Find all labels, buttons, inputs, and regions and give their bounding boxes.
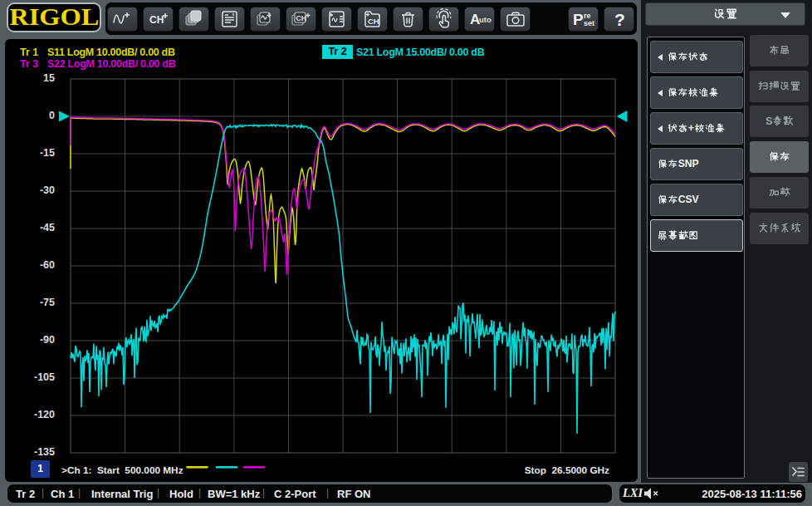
svg-text:S: S [766,115,773,127]
svg-text:CSV: CSV [678,194,700,205]
svg-text:+: + [688,122,694,134]
svg-text:SNP: SNP [678,158,699,169]
